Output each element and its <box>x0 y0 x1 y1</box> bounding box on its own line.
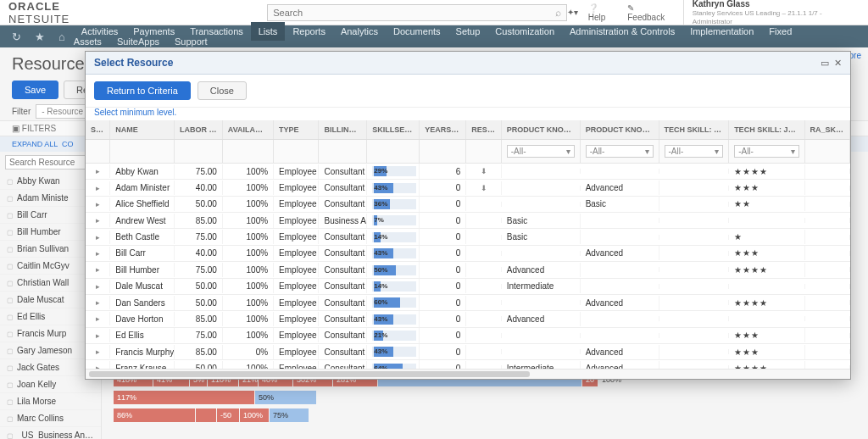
modal-hint: Select minimum level. <box>86 108 850 120</box>
popout-icon[interactable]: ▭ <box>821 58 829 69</box>
col-header[interactable]: SELECT <box>86 120 110 139</box>
resource-grid[interactable]: SELECTNAMELABOR COSTAVAILABILITYTYPEBILL… <box>86 120 850 369</box>
table-row[interactable]: ▸Bill Carr40.00100%EmployeeConsultant43%… <box>86 246 850 262</box>
home-icon[interactable]: ⌂ <box>53 31 70 43</box>
nav-analytics[interactable]: Analytics <box>333 22 386 41</box>
save-button[interactable]: Save <box>12 81 58 99</box>
star-icon[interactable]: ★ <box>30 31 50 43</box>
table-row[interactable]: ▸Alice Sheffield50.00100%EmployeeConsult… <box>86 197 850 213</box>
modal-title: Select Resource <box>94 57 173 69</box>
column-filter[interactable]: -All- <box>734 145 798 158</box>
modal-close-button[interactable]: Close <box>198 81 247 100</box>
col-header[interactable]: TECH SKILL: JAVASCRIPT <box>729 120 804 139</box>
col-header[interactable]: AVAILABILITY <box>223 120 274 139</box>
col-header[interactable]: BILLING CLASS <box>319 120 367 139</box>
col-header[interactable]: LABOR COST <box>175 120 223 139</box>
sidebar-item[interactable]: Marc Collins <box>0 410 101 427</box>
col-header[interactable]: PRODUCT KNOWLEDGE: CRM <box>502 120 581 139</box>
col-header[interactable]: NAME <box>110 120 175 139</box>
search-input[interactable] <box>273 8 554 18</box>
global-search[interactable]: ⌕ <box>267 4 566 21</box>
nav-support[interactable]: Support <box>167 32 215 51</box>
table-row[interactable]: ▸Dave Horton85.00100%EmployeeConsultant4… <box>86 311 850 327</box>
col-header[interactable]: RA_SKILL_LEVE <box>805 120 850 139</box>
table-row[interactable]: ▸Bill Humber75.00100%EmployeeConsultant5… <box>86 262 850 278</box>
main-nav: ↻ ★ ⌂ ActivitiesPaymentsTransactionsList… <box>0 25 868 47</box>
select-resource-modal: Select Resource ▭ ✕ Return to Criteria C… <box>85 51 851 380</box>
role-icon[interactable]: ✦▾ <box>567 8 578 17</box>
nav-administration-controls[interactable]: Administration & Controls <box>562 22 682 41</box>
table-row[interactable]: ▸Dale Muscat50.00100%EmployeeConsultant1… <box>86 279 850 295</box>
col-header[interactable]: YEARS OF EXPERIENCE <box>420 120 466 139</box>
nav-suiteapps[interactable]: SuiteApps <box>109 32 167 51</box>
col-header[interactable]: TECH SKILL: JAVA EE <box>659 120 730 139</box>
col-header[interactable]: SKILLSET SCORE <box>367 120 420 139</box>
sidebar-item[interactable]: _US_Business Analyst <box>0 427 101 439</box>
nav-lists[interactable]: Lists <box>251 22 286 41</box>
table-row[interactable]: ▸Andrew West85.00100%EmployeeBusiness An… <box>86 213 850 229</box>
nav-reports[interactable]: Reports <box>285 22 333 41</box>
table-row[interactable]: ▸Ed Ellis75.00100%EmployeeConsultant21%0… <box>86 328 850 344</box>
table-row[interactable]: ▸Dan Sanders50.00100%EmployeeConsultant6… <box>86 295 850 311</box>
column-filter[interactable]: -All- <box>665 145 724 158</box>
nav-implementation[interactable]: Implementation <box>682 22 761 41</box>
table-row[interactable]: ▸Franz Krause50.00100%EmployeeConsultant… <box>86 360 850 369</box>
horizontal-scrollbar[interactable] <box>86 369 850 379</box>
col-header[interactable]: PRODUCT KNOWLEDGE: BI <box>581 120 659 139</box>
column-filter[interactable]: -All- <box>586 145 654 158</box>
table-row[interactable]: ▸Beth Castle75.00100%EmployeeConsultant1… <box>86 229 850 245</box>
return-to-criteria-button[interactable]: Return to Criteria <box>94 81 191 100</box>
help-link[interactable]: ❔ Help <box>588 3 618 22</box>
filter-label: Filter <box>12 107 31 116</box>
feedback-link[interactable]: ✎ Feedback <box>627 3 672 22</box>
table-row[interactable]: ▸Francis Murphy85.000%EmployeeConsultant… <box>86 344 850 360</box>
table-row[interactable]: ▸Abby Kwan75.00100%EmployeeConsultant29%… <box>86 164 850 180</box>
col-header[interactable]: RESUME <box>466 120 501 139</box>
back-icon[interactable]: ↻ <box>7 31 26 43</box>
nav-customization[interactable]: Customization <box>487 22 562 41</box>
sidebar-item[interactable]: Lila Morse <box>0 393 101 410</box>
search-icon: ⌕ <box>555 7 561 19</box>
table-row[interactable]: ▸Adam Minister40.00100%EmployeeConsultan… <box>86 180 850 196</box>
close-icon[interactable]: ✕ <box>834 58 842 69</box>
col-header[interactable]: TYPE <box>274 120 319 139</box>
nav-setup[interactable]: Setup <box>448 22 488 41</box>
column-filter[interactable]: -All- <box>507 145 575 158</box>
nav-documents[interactable]: Documents <box>386 22 448 41</box>
